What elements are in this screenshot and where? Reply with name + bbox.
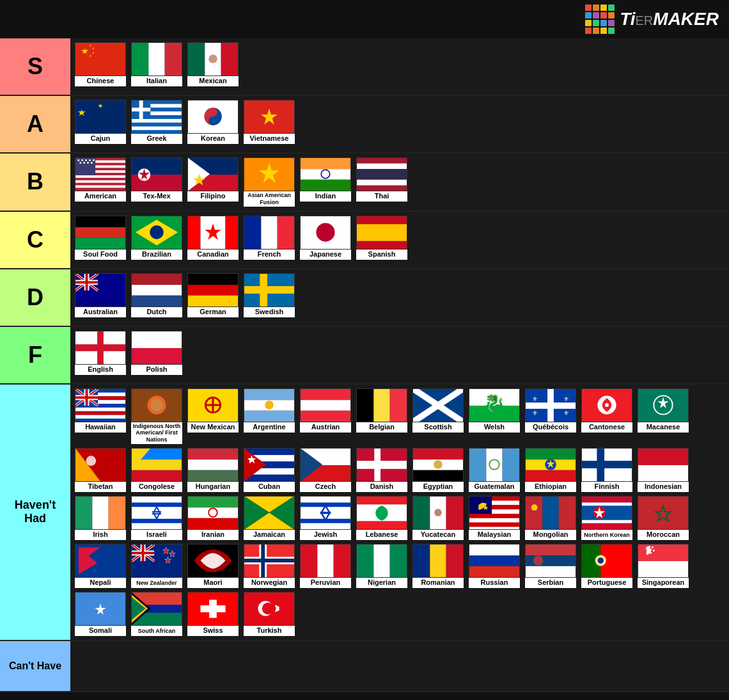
svg-point-301 [597, 557, 604, 564]
food-item-macanese: Macanese [637, 388, 689, 433]
food-item-texmex: Tex-Mex [130, 157, 183, 202]
tier-row-a: A Cajun [0, 96, 729, 154]
food-item-cantonese: Cantonese [581, 388, 633, 433]
svg-point-47 [83, 162, 85, 164]
food-item-welsh: 🐉 Welsh [468, 388, 521, 433]
tier-list: TiERMAKER S Chinese [0, 0, 729, 692]
food-item-dutch: Dutch [130, 273, 183, 317]
food-label-irish: Irish [75, 530, 126, 540]
food-item-cajun: Cajun [74, 100, 127, 144]
svg-rect-97 [188, 273, 238, 285]
svg-rect-206 [75, 497, 92, 530]
svg-rect-117 [75, 418, 125, 422]
food-item-peruvian: Peruvian [299, 544, 352, 588]
food-item-czech: Czech [299, 448, 352, 492]
svg-rect-95 [132, 285, 182, 296]
food-item-indian: Indian [299, 157, 352, 202]
flag-belgian [356, 388, 407, 422]
food-label-spanish: Spanish [356, 250, 407, 260]
svg-rect-0 [75, 43, 125, 76]
food-item-israeli: Israeli [130, 496, 183, 540]
food-item-scottish: Scottish [412, 388, 464, 433]
svg-rect-28 [132, 107, 150, 111]
svg-rect-8 [165, 43, 182, 76]
svg-rect-287 [413, 545, 430, 578]
svg-rect-6 [132, 43, 148, 76]
svg-rect-302 [638, 545, 688, 561]
food-label-brazilian: Brazilian [131, 250, 182, 260]
tier-label-cant: Can't Have [0, 641, 70, 691]
food-label-ethiopian: Ethiopian [525, 482, 576, 492]
svg-rect-38 [75, 180, 125, 183]
flag-greek [131, 100, 182, 134]
food-label-thai: Thai [356, 191, 407, 202]
flag-newmexican [187, 388, 239, 422]
svg-rect-171 [188, 449, 238, 460]
flag-spanish [356, 216, 407, 250]
food-label-american: American [75, 191, 126, 202]
flag-iranian [187, 496, 239, 530]
food-item-iranian: Iranian [187, 496, 239, 540]
food-label-indonesian: Indonesian [638, 482, 689, 492]
svg-rect-280 [244, 559, 294, 562]
svg-rect-169 [132, 470, 182, 482]
food-label-russian: Russian [469, 578, 520, 588]
food-item-australian: Australian [74, 273, 127, 317]
food-label-australian: Australian [75, 307, 126, 317]
food-label-austrian: Austrian [300, 422, 351, 433]
svg-rect-70 [75, 237, 125, 249]
food-label-german: German [187, 307, 239, 317]
svg-rect-83 [357, 224, 407, 241]
tier-items-c: Soul Food Brazilian [70, 212, 729, 268]
flag-australian [75, 273, 126, 307]
flag-romanian [412, 544, 464, 578]
tier-label-d: D [0, 269, 70, 326]
svg-point-81 [316, 223, 334, 241]
svg-rect-289 [446, 545, 463, 578]
svg-rect-7 [148, 43, 164, 76]
svg-rect-187 [357, 461, 407, 469]
svg-rect-114 [75, 408, 125, 411]
svg-point-137 [265, 401, 274, 410]
food-item-chinese: Chinese [74, 42, 127, 86]
tier-label-c: C [0, 212, 70, 268]
svg-rect-248 [559, 497, 576, 530]
svg-text:⚜: ⚜ [563, 395, 569, 402]
food-label-indian: Indian [300, 191, 351, 202]
flag-english [75, 331, 126, 365]
food-item-indonesian: Indonesian [637, 448, 689, 492]
flag-argentine [244, 388, 295, 422]
flag-jewish [300, 496, 351, 530]
food-item-austrian: Austrian [299, 388, 352, 433]
svg-rect-67 [357, 180, 407, 186]
flag-hungarian [187, 448, 239, 482]
food-item-filipino: Filipino [187, 157, 239, 202]
food-item-swiss: Swiss [187, 592, 239, 636]
food-item-ethiopian: Ethiopian [524, 448, 577, 492]
tier-row-cant: Can't Have [0, 641, 729, 692]
food-item-newmexican: New Mexican [187, 388, 239, 433]
flag-malaysian [469, 496, 520, 530]
food-item-vietnamese: Vietnamese [243, 100, 295, 144]
food-item-polish: Polish [130, 331, 183, 375]
svg-rect-246 [526, 497, 542, 530]
food-item-irish: Irish [74, 496, 127, 540]
food-label-turkish: Turkish [244, 626, 295, 636]
flag-newzealand [131, 544, 182, 578]
flag-serbian [525, 544, 576, 578]
food-item-southafrican: South African [130, 592, 183, 636]
food-label-somali: Somali [75, 626, 126, 636]
svg-rect-102 [244, 286, 294, 294]
svg-rect-282 [317, 545, 333, 578]
food-label-macanese: Macanese [638, 422, 689, 433]
svg-rect-74 [188, 216, 201, 249]
svg-point-159 [605, 403, 609, 407]
tier-items-cant [70, 641, 729, 691]
food-item-singaporean: Singaporean [637, 544, 689, 588]
svg-rect-25 [132, 130, 182, 133]
tier-items-s: Chinese Italian [70, 38, 729, 95]
flag-swedish [244, 273, 295, 307]
svg-point-44 [89, 159, 91, 161]
svg-rect-208 [109, 497, 125, 530]
flag-nepali [75, 544, 126, 578]
